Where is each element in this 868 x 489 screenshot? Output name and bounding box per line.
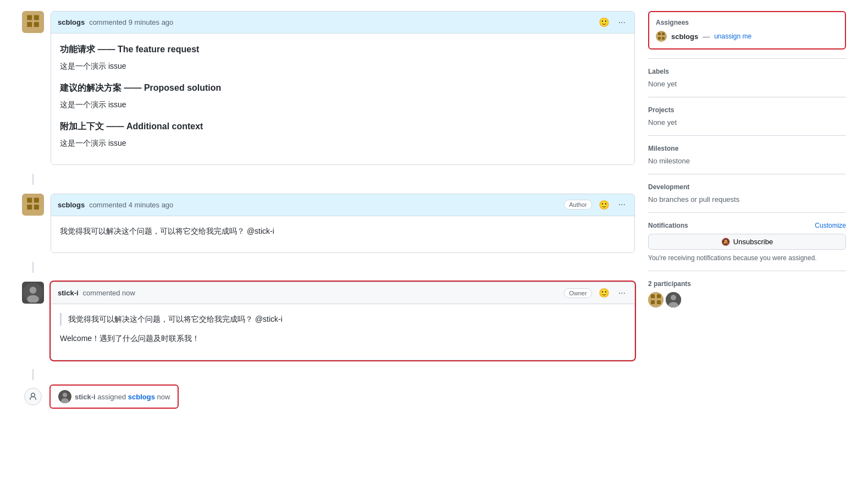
projects-value: None yet bbox=[648, 118, 846, 127]
svg-rect-22 bbox=[651, 294, 655, 298]
assignee-name: scblogs bbox=[671, 32, 698, 41]
unsubscribe-button[interactable]: 🔕 Unsubscribe bbox=[648, 234, 846, 250]
comment-body-1: 功能请求 —— The feature request 这是一个演示 issue… bbox=[51, 34, 634, 164]
comment-username-2: scblogs bbox=[58, 201, 85, 209]
milestone-value: No milestone bbox=[648, 157, 846, 165]
reply-text-3: Welcome！遇到了什么问题及时联系我！ bbox=[60, 332, 626, 344]
more-button-1[interactable]: ··· bbox=[616, 17, 628, 29]
activity-assign-icon bbox=[24, 388, 42, 405]
projects-title: Projects bbox=[648, 106, 846, 114]
activity-assign-row: stick-i assigned scblogs now bbox=[49, 384, 179, 409]
sidebar-milestone-section: Milestone No milestone bbox=[648, 136, 846, 174]
svg-rect-7 bbox=[34, 197, 39, 202]
assignee-avatar bbox=[656, 31, 667, 42]
assignee-separator: — bbox=[703, 32, 710, 41]
main-content: scblogs commented 9 minutes ago 🙂 ··· 功能… bbox=[22, 11, 635, 409]
assignees-box: Assignees scblogs — unassign me bbox=[648, 11, 846, 50]
quote-text-3: 我觉得我可以解决这个问题，可以将它交给我完成吗？ @stick-i bbox=[68, 313, 626, 325]
avatar-stick-i bbox=[22, 282, 44, 304]
svg-rect-17 bbox=[658, 32, 661, 35]
notifications-title: Notifications bbox=[648, 222, 688, 229]
activity-assignee-name: scblogs bbox=[128, 393, 155, 401]
comment-username-3: stick-i bbox=[58, 289, 79, 297]
emoji-button-2[interactable]: 🙂 bbox=[596, 199, 612, 211]
svg-point-27 bbox=[671, 295, 676, 300]
svg-rect-3 bbox=[27, 22, 32, 27]
unassign-link[interactable]: unassign me bbox=[714, 32, 751, 40]
labels-title: Labels bbox=[648, 68, 846, 75]
more-button-2[interactable]: ··· bbox=[616, 199, 628, 211]
notification-info: You're receiving notifications because y… bbox=[648, 254, 846, 262]
emoji-button-1[interactable]: 🙂 bbox=[596, 16, 612, 29]
comment-time-1: commented 9 minutes ago bbox=[89, 18, 173, 26]
more-button-3[interactable]: ··· bbox=[616, 287, 628, 299]
owner-badge: Owner bbox=[564, 288, 591, 298]
comment-header-left-2: scblogs commented 4 minutes ago bbox=[58, 201, 173, 209]
activity-actor-avatar bbox=[58, 390, 71, 403]
comment-header-left-1: scblogs commented 9 minutes ago bbox=[58, 18, 173, 26]
comment-quote-3: 我觉得我可以解决这个问题，可以将它交给我完成吗？ @stick-i bbox=[60, 313, 626, 325]
comment-item-1: scblogs commented 9 minutes ago 🙂 ··· 功能… bbox=[22, 11, 635, 165]
assignees-title: Assignees bbox=[656, 19, 838, 26]
comment-header-left-3: stick-i commented now bbox=[58, 289, 135, 297]
svg-rect-6 bbox=[27, 197, 32, 202]
comment-item-2: scblogs commented 4 minutes ago Author 🙂… bbox=[22, 194, 635, 253]
assignee-row: scblogs — unassign me bbox=[656, 31, 838, 42]
svg-rect-20 bbox=[662, 37, 665, 40]
comment-text-2: 我觉得我可以解决这个问题，可以将它交给我完成吗？ @stick-i bbox=[60, 225, 626, 237]
sidebar-labels-section: Labels None yet bbox=[648, 59, 846, 97]
comment-box-1: scblogs commented 9 minutes ago 🙂 ··· 功能… bbox=[51, 11, 635, 165]
sidebar-projects-section: Projects None yet bbox=[648, 97, 846, 136]
activity-mid: assigned bbox=[96, 393, 128, 401]
svg-rect-16 bbox=[656, 31, 667, 42]
comment-header-2: scblogs commented 4 minutes ago Author 🙂… bbox=[51, 194, 634, 216]
section-heading-1-2: 建议的解决方案 —— Proposed solution bbox=[60, 81, 626, 95]
comment-item-3: stick-i commented now Owner 🙂 ··· 我觉得我可以… bbox=[22, 282, 635, 360]
svg-point-14 bbox=[63, 393, 67, 397]
comment-body-2: 我觉得我可以解决这个问题，可以将它交给我完成吗？ @stick-i bbox=[51, 216, 634, 252]
section-text-1-2: 这是一个演示 issue bbox=[60, 98, 626, 111]
svg-rect-1 bbox=[27, 15, 32, 20]
comment-header-1: scblogs commented 9 minutes ago 🙂 ··· bbox=[51, 12, 634, 34]
activity-suffix: now bbox=[155, 393, 170, 401]
comment-header-right-3: Owner 🙂 ··· bbox=[564, 287, 628, 299]
avatar-scblogs-1 bbox=[22, 11, 44, 33]
svg-rect-0 bbox=[23, 12, 43, 32]
development-value: No branches or pull requests bbox=[648, 195, 846, 204]
comment-time-3: commented now bbox=[83, 289, 135, 297]
development-title: Development bbox=[648, 183, 846, 191]
comment-time-2: commented 4 minutes ago bbox=[89, 201, 173, 209]
labels-value: None yet bbox=[648, 80, 846, 88]
svg-rect-5 bbox=[23, 195, 43, 215]
svg-rect-18 bbox=[662, 32, 665, 35]
sidebar-notifications-section: Notifications Customize 🔕 Unsubscribe Yo… bbox=[648, 213, 846, 271]
svg-rect-8 bbox=[27, 205, 32, 210]
comment-header-3: stick-i commented now Owner 🙂 ··· bbox=[51, 282, 634, 304]
sidebar-participants-section: 2 participants bbox=[648, 271, 846, 316]
svg-rect-23 bbox=[657, 294, 661, 298]
svg-point-11 bbox=[30, 287, 37, 294]
activity-text: stick-i assigned scblogs now bbox=[75, 393, 170, 401]
svg-rect-24 bbox=[651, 300, 655, 304]
comment-username-1: scblogs bbox=[58, 18, 85, 26]
emoji-button-3[interactable]: 🙂 bbox=[596, 287, 612, 299]
participants-row bbox=[648, 292, 846, 307]
sidebar: Assignees scblogs — unassign me bbox=[648, 11, 846, 409]
milestone-title: Milestone bbox=[648, 145, 846, 152]
comment-box-2: scblogs commented 4 minutes ago Author 🙂… bbox=[51, 194, 635, 253]
unsubscribe-label: Unsubscribe bbox=[733, 238, 773, 246]
participant-avatar-2 bbox=[666, 292, 681, 307]
comment-header-right-2: Author 🙂 ··· bbox=[564, 199, 628, 211]
section-heading-1-3: 附加上下文 —— Additional context bbox=[60, 119, 626, 134]
svg-rect-25 bbox=[657, 300, 661, 304]
author-badge: Author bbox=[564, 200, 591, 210]
avatar-scblogs-2 bbox=[22, 194, 44, 216]
participant-avatar-1 bbox=[648, 292, 664, 307]
sidebar-development-section: Development No branches or pull requests bbox=[648, 174, 846, 213]
customize-link[interactable]: Customize bbox=[815, 222, 846, 229]
section-text-1-3: 这是一个演示 issue bbox=[60, 137, 626, 149]
bell-slash-icon: 🔕 bbox=[721, 238, 730, 246]
activity-actor-name: stick-i bbox=[75, 393, 96, 401]
participants-title: 2 participants bbox=[648, 280, 846, 288]
comment-box-3: stick-i commented now Owner 🙂 ··· 我觉得我可以… bbox=[51, 282, 635, 360]
